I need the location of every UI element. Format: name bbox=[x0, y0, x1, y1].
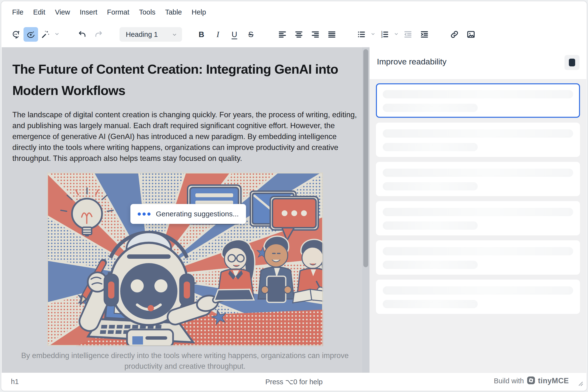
toolbar: Heading 1 B I U S bbox=[9, 26, 579, 43]
ai-suggestions-sidebar: Improve readability bbox=[369, 47, 586, 373]
undo-button[interactable] bbox=[75, 27, 90, 42]
bold-button[interactable]: B bbox=[194, 27, 209, 42]
ai-shortcuts-button[interactable] bbox=[38, 27, 53, 42]
indent-icon bbox=[420, 30, 429, 39]
format-select[interactable]: Heading 1 bbox=[120, 27, 182, 42]
loading-dots-icon bbox=[138, 212, 151, 216]
toolbar-group-align bbox=[275, 27, 339, 42]
bold-icon: B bbox=[199, 30, 204, 38]
generating-suggestions-toast: Generating suggestions... bbox=[130, 204, 246, 224]
strikethrough-icon: S bbox=[248, 30, 253, 38]
toolbar-group-ai bbox=[9, 27, 61, 42]
document-image[interactable] bbox=[47, 172, 323, 346]
status-bar: h1 Press ⌥0 for help Build with tinyMCE bbox=[2, 372, 586, 390]
align-left-button[interactable] bbox=[275, 27, 290, 42]
menu-item[interactable]: Tools bbox=[135, 6, 160, 19]
editor-scrollbar-thumb[interactable] bbox=[363, 49, 368, 267]
menu-item[interactable]: Edit bbox=[29, 6, 50, 19]
menu-item[interactable]: View bbox=[51, 6, 74, 19]
skeleton-line bbox=[383, 286, 573, 294]
skeleton-line bbox=[383, 261, 478, 269]
suggestion-card-skeleton[interactable] bbox=[376, 240, 580, 275]
underline-button[interactable]: U bbox=[227, 27, 242, 42]
skeleton-line bbox=[383, 208, 573, 216]
justify-icon bbox=[327, 30, 336, 39]
redo-icon bbox=[94, 30, 103, 39]
skeleton-line bbox=[383, 222, 478, 230]
ai-shortcuts-dropdown[interactable] bbox=[53, 27, 61, 42]
format-select-value: Heading 1 bbox=[126, 30, 158, 38]
redo-button[interactable] bbox=[91, 27, 106, 42]
justify-button[interactable] bbox=[325, 27, 339, 42]
bullet-list-dropdown[interactable] bbox=[369, 27, 377, 42]
editor-content-area[interactable]: The Future of Content Creation: Integrat… bbox=[2, 47, 369, 373]
numbered-list-dropdown[interactable] bbox=[392, 27, 401, 42]
chevron-down-icon bbox=[171, 32, 178, 39]
menu-bar: FileEditViewInsertFormatToolsTableHelp bbox=[8, 5, 210, 19]
bullet-list-button[interactable] bbox=[354, 27, 369, 42]
sidebar-title: Improve readability bbox=[377, 57, 446, 66]
menu-item[interactable]: Help bbox=[187, 6, 210, 19]
suggestion-card-skeleton[interactable] bbox=[376, 162, 580, 196]
align-right-button[interactable] bbox=[308, 27, 323, 42]
dim-overlay bbox=[47, 172, 323, 346]
chevron-down-icon bbox=[393, 31, 399, 38]
outdent-button[interactable] bbox=[401, 27, 415, 42]
chevron-down-icon bbox=[370, 31, 376, 38]
indent-button[interactable] bbox=[417, 27, 432, 42]
align-left-icon bbox=[278, 30, 287, 39]
ai-chat-icon bbox=[12, 30, 21, 39]
toolbar-group-inline: B I U S bbox=[194, 27, 258, 42]
editor-window: FileEditViewInsertFormatToolsTableHelp bbox=[1, 1, 587, 391]
document-title: The Future of Content Creation: Integrat… bbox=[12, 58, 357, 101]
numbered-list-button[interactable]: 1 2 3 bbox=[377, 27, 392, 42]
resize-handle-icon[interactable] bbox=[576, 380, 584, 388]
document-paragraph: The landscape of digital content creatio… bbox=[12, 109, 357, 164]
editor-scrollbar-track[interactable] bbox=[362, 47, 369, 373]
skeleton-line bbox=[383, 300, 478, 308]
skeleton-line bbox=[383, 143, 478, 151]
menu-item[interactable]: Format bbox=[103, 6, 134, 19]
skeleton-line bbox=[383, 182, 478, 190]
suggestion-card-skeleton[interactable] bbox=[376, 280, 580, 314]
undo-icon bbox=[78, 30, 87, 39]
suggestion-card-skeleton[interactable] bbox=[376, 83, 580, 118]
toolbar-group-lists: 1 2 3 bbox=[354, 27, 432, 42]
italic-button[interactable]: I bbox=[211, 27, 225, 42]
outdent-icon bbox=[403, 30, 412, 39]
skeleton-line bbox=[383, 90, 573, 98]
svg-text:3: 3 bbox=[381, 36, 382, 38]
link-icon bbox=[450, 30, 459, 39]
ai-wand-icon bbox=[41, 30, 50, 39]
skeleton-line bbox=[383, 129, 573, 138]
skeleton-line bbox=[383, 104, 478, 112]
brand-name: tinyMCE bbox=[538, 376, 569, 385]
branding[interactable]: Build with tinyMCE bbox=[494, 376, 569, 386]
sidebar-header: Improve readability bbox=[370, 47, 586, 80]
image-icon bbox=[466, 30, 475, 39]
bullet-list-icon bbox=[357, 30, 366, 39]
ai-review-button[interactable] bbox=[24, 27, 38, 42]
image-button[interactable] bbox=[464, 27, 478, 42]
stop-icon bbox=[569, 59, 575, 66]
menu-item[interactable]: File bbox=[8, 6, 28, 19]
numbered-list-icon: 1 2 3 bbox=[380, 30, 389, 39]
menu-item[interactable]: Insert bbox=[76, 6, 102, 19]
menu-item[interactable]: Table bbox=[161, 6, 186, 19]
generating-suggestions-label: Generating suggestions... bbox=[156, 210, 239, 218]
skeleton-line bbox=[383, 168, 573, 177]
suggestion-card-skeleton[interactable] bbox=[376, 122, 580, 157]
main-region: The Future of Content Creation: Integrat… bbox=[2, 47, 586, 373]
skeleton-line bbox=[383, 247, 573, 255]
suggestion-card-skeleton[interactable] bbox=[376, 201, 580, 236]
tinymce-logo-icon bbox=[527, 376, 535, 386]
ai-assistant-button[interactable] bbox=[9, 27, 24, 42]
align-center-button[interactable] bbox=[292, 27, 306, 42]
align-right-icon bbox=[311, 30, 320, 39]
strikethrough-button[interactable]: S bbox=[244, 27, 258, 42]
suggestion-card-list bbox=[370, 80, 586, 373]
underline-icon: U bbox=[231, 30, 237, 38]
image-caption: By embedding intelligence directly into … bbox=[12, 350, 357, 372]
link-button[interactable] bbox=[447, 27, 462, 42]
stop-button[interactable] bbox=[564, 55, 579, 70]
